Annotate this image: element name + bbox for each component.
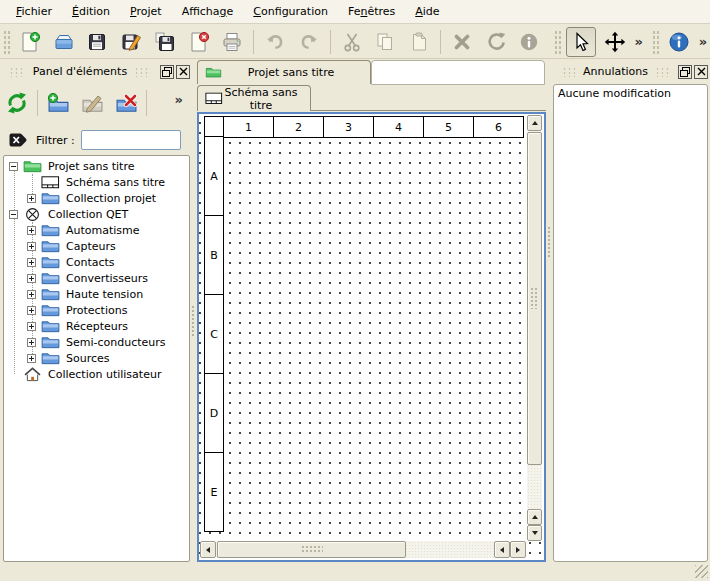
delete-button[interactable] xyxy=(447,27,477,57)
vertical-scrollbar[interactable] xyxy=(527,115,542,541)
new-category-button[interactable] xyxy=(43,88,73,118)
toolbar-overflow-chevron[interactable]: » xyxy=(696,34,710,49)
schema-canvas[interactable] xyxy=(199,114,544,560)
menu-configuration[interactable]: Configuration xyxy=(243,2,338,21)
expand-expander[interactable] xyxy=(27,226,36,235)
expand-expander[interactable] xyxy=(27,338,36,347)
tree-item-sources[interactable]: Sources xyxy=(4,350,189,366)
tree-item-convertisseurs[interactable]: Convertisseurs xyxy=(4,270,189,286)
collapse-expander[interactable] xyxy=(9,162,18,171)
paste-button[interactable] xyxy=(404,27,434,57)
tree-item-collection-projet[interactable]: Collection projet xyxy=(4,190,189,206)
horizontal-scroll-thumb[interactable] xyxy=(217,541,406,558)
tree-item-recepteurs[interactable]: Récepteurs xyxy=(4,318,189,334)
undo-history-list[interactable]: Aucune modification xyxy=(553,84,708,562)
redo-button[interactable] xyxy=(294,27,324,57)
expand-expander[interactable] xyxy=(27,354,36,363)
tree-item-schema-sans-titre[interactable]: Schéma sans titre xyxy=(4,174,189,190)
open-file-button[interactable] xyxy=(49,27,79,57)
copy-button[interactable] xyxy=(370,27,400,57)
menu-bar: Fichier Édition Projet Affichage Configu… xyxy=(0,0,710,24)
close-panel-button[interactable] xyxy=(694,65,708,79)
tree-item-semi-conducteurs[interactable]: Semi-conducteurs xyxy=(4,334,189,350)
paste-icon xyxy=(408,31,430,53)
folder-blue-icon xyxy=(41,239,60,254)
toolbar-drag-handle[interactable] xyxy=(554,30,561,54)
folder-blue-icon xyxy=(41,319,60,334)
menu-fenetres[interactable]: Fenêtres xyxy=(338,2,405,21)
close-panel-button[interactable] xyxy=(176,65,190,79)
menu-projet[interactable]: Projet xyxy=(120,2,172,21)
tab-schema-sans-titre[interactable]: Schéma sans titre xyxy=(197,85,311,111)
dock-texture xyxy=(655,67,669,77)
left-splitter[interactable] xyxy=(190,60,197,562)
save-button[interactable] xyxy=(82,27,112,57)
clear-filter-button[interactable] xyxy=(6,130,30,150)
move-tool-button[interactable] xyxy=(600,27,630,57)
undo-button[interactable] xyxy=(260,27,290,57)
reload-collections-button[interactable] xyxy=(2,88,32,118)
tree-item-collection-utilisateur[interactable]: Collection utilisateur xyxy=(4,366,189,382)
expand-expander[interactable] xyxy=(27,194,36,203)
tree-item-haute-tension[interactable]: Haute tension xyxy=(4,286,189,302)
save-icon xyxy=(86,31,108,53)
new-file-button[interactable] xyxy=(15,27,45,57)
tree-item-collection-qet[interactable]: Collection QET xyxy=(4,206,189,222)
print-button[interactable] xyxy=(217,27,247,57)
float-panel-button[interactable] xyxy=(678,65,692,79)
menu-aide[interactable]: Aide xyxy=(405,2,449,21)
scroll-up-button[interactable] xyxy=(527,115,542,131)
about-button[interactable] xyxy=(664,27,694,57)
project-folder-icon xyxy=(205,66,222,79)
save-all-icon xyxy=(154,31,176,53)
menu-edition[interactable]: Édition xyxy=(62,2,120,21)
tree-item-contacts[interactable]: Contacts xyxy=(4,254,189,270)
folder-blue-icon xyxy=(41,335,60,350)
menu-fichier[interactable]: Fichier xyxy=(6,2,62,21)
folder-delete-icon xyxy=(114,91,138,115)
vertical-scroll-thumb[interactable] xyxy=(527,132,542,465)
schema-view[interactable]: 1 2 3 4 5 6 A B C D E xyxy=(197,112,546,562)
element-info-button[interactable] xyxy=(514,27,544,57)
rotate-button[interactable] xyxy=(481,27,511,57)
close-file-button[interactable] xyxy=(184,27,214,57)
expand-expander[interactable] xyxy=(27,274,36,283)
toolbar-overflow-chevron[interactable]: » xyxy=(632,34,646,49)
scroll-right-button[interactable] xyxy=(510,541,526,558)
tree-item-projet-sans-titre[interactable]: Projet sans titre xyxy=(4,158,189,174)
scroll-up-button-2[interactable] xyxy=(527,509,542,525)
panel-overflow-chevron[interactable]: » xyxy=(172,92,186,107)
right-splitter[interactable] xyxy=(546,60,553,562)
tab-projet-sans-titre[interactable]: Projet sans titre xyxy=(197,60,371,84)
menu-affichage[interactable]: Affichage xyxy=(172,2,244,21)
scroll-left-button-2[interactable] xyxy=(494,541,510,558)
cut-button[interactable] xyxy=(337,27,367,57)
scroll-down-button[interactable] xyxy=(527,525,542,541)
expand-expander[interactable] xyxy=(27,258,36,267)
float-panel-button[interactable] xyxy=(160,65,174,79)
expand-expander[interactable] xyxy=(27,306,36,315)
delete-category-button[interactable] xyxy=(111,88,141,118)
tree-item-automatisme[interactable]: Automatisme xyxy=(4,222,189,238)
horizontal-scroll-track[interactable] xyxy=(216,541,494,558)
save-as-button[interactable] xyxy=(116,27,146,57)
expand-expander[interactable] xyxy=(27,290,36,299)
toolbar-drag-handle[interactable] xyxy=(3,30,10,54)
horizontal-scrollbar[interactable] xyxy=(200,541,526,558)
toolbar-separator xyxy=(146,90,147,116)
edit-category-button[interactable] xyxy=(77,88,107,118)
vertical-scroll-track[interactable] xyxy=(527,131,542,509)
collapse-expander[interactable] xyxy=(9,210,18,219)
tree-item-capteurs[interactable]: Capteurs xyxy=(4,238,189,254)
undo-list-item[interactable]: Aucune modification xyxy=(558,87,703,101)
toolbar-drag-handle[interactable] xyxy=(652,30,659,54)
scroll-left-button[interactable] xyxy=(200,541,216,558)
select-tool-button[interactable] xyxy=(566,27,596,57)
filter-input[interactable] xyxy=(81,130,181,150)
size-grip[interactable] xyxy=(695,565,708,578)
toolbar-separator xyxy=(37,90,38,116)
expand-expander[interactable] xyxy=(27,322,36,331)
save-all-button[interactable] xyxy=(150,27,180,57)
expand-expander[interactable] xyxy=(27,242,36,251)
tree-item-protections[interactable]: Protections xyxy=(4,302,189,318)
